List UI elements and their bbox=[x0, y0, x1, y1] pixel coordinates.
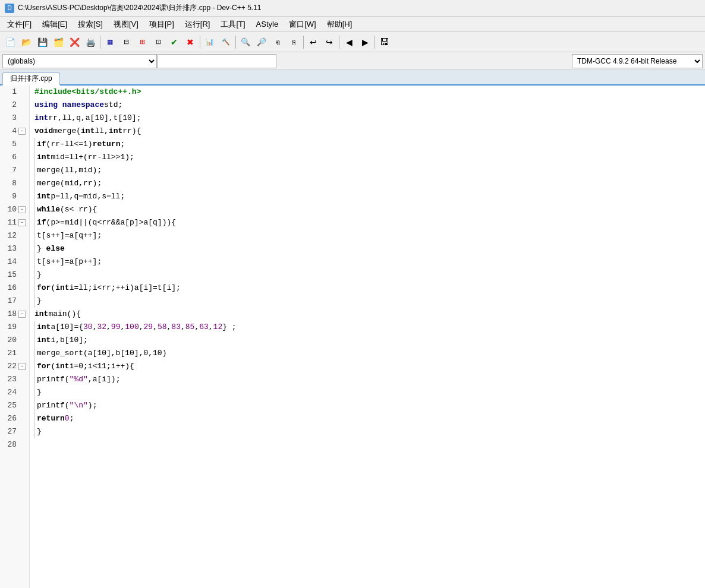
compile-run-button[interactable]: 📊 bbox=[202, 34, 218, 50]
menu-window[interactable]: 窗口[W] bbox=[284, 18, 321, 31]
cancel-compile-button[interactable]: ✖ bbox=[182, 34, 198, 50]
title-bar: D C:\Users\ASUS-PC\Desktop\信奥\2024\2024课… bbox=[0, 0, 705, 17]
check-button[interactable]: ✔ bbox=[166, 34, 182, 50]
code-line-5: if(rr-ll<=1)return; bbox=[30, 138, 705, 151]
tab-file[interactable]: 归并排序.cpp bbox=[2, 72, 60, 86]
line-num-11: 11− bbox=[0, 216, 29, 229]
menu-view[interactable]: 视图[V] bbox=[109, 18, 143, 31]
code-line-15: } bbox=[30, 268, 705, 282]
menu-bar: 文件[F] 编辑[E] 搜索[S] 视图[V] 项目[P] 运行[R] 工具[T… bbox=[0, 17, 705, 32]
code-line-9: int p=ll,q=mid,s=ll; bbox=[30, 190, 705, 203]
menu-file[interactable]: 文件[F] bbox=[2, 18, 36, 31]
line-num-26: 26 bbox=[0, 412, 29, 425]
code-line-19: int a[10]={30,32,99,100,29,58,83,85,63,1… bbox=[30, 321, 705, 334]
fold-btn-18[interactable]: − bbox=[18, 311, 26, 318]
menu-run[interactable]: 运行[R] bbox=[180, 18, 215, 31]
fold-btn-22[interactable]: − bbox=[18, 363, 26, 370]
sep1 bbox=[100, 36, 100, 49]
line-num-13: 13 bbox=[0, 242, 29, 255]
replace-all-button[interactable]: ⎘ bbox=[286, 34, 301, 50]
code-line-20: int i,b[10]; bbox=[30, 334, 705, 347]
code-line-10: while(s< rr){ bbox=[30, 203, 705, 216]
line-num-12: 12 bbox=[0, 229, 29, 242]
line-num-28: 28 bbox=[0, 438, 29, 451]
save-all-button[interactable]: 🗂️ bbox=[51, 34, 66, 50]
line-num-24: 24 bbox=[0, 386, 29, 399]
code-line-6: int mid=ll+(rr-ll>>1); bbox=[30, 151, 705, 164]
line-num-23: 23 bbox=[0, 373, 29, 386]
code-line-22: for(int i=0;i<11;i++){ bbox=[30, 360, 705, 373]
code-line-11: if(p>=mid||(q<rr&&a[p]>a[q])){ bbox=[30, 216, 705, 229]
line-num-22: 22− bbox=[0, 360, 29, 373]
toolbar-row-1: 📄 📂 💾 🗂️ ❌ 🖨️ ▦ ⊟ ⊞ ⊡ ✔ ✖ 📊 🔨 🔍 🔎 ⎗ ⎘ ↩ … bbox=[0, 32, 705, 52]
code-line-1: #include<bits/stdc++.h> bbox=[30, 86, 705, 99]
code-line-13: } else bbox=[30, 242, 705, 255]
replace-button[interactable]: ⎗ bbox=[270, 34, 285, 50]
sep4 bbox=[303, 36, 304, 49]
compiler-select[interactable]: TDM-GCC 4.9.2 64-bit Release bbox=[572, 54, 703, 68]
fold-btn-11[interactable]: − bbox=[18, 219, 26, 226]
cascade-button[interactable]: ⊡ bbox=[150, 34, 166, 50]
title-text: C:\Users\ASUS-PC\Desktop\信奥\2024\2024课\归… bbox=[18, 3, 261, 13]
app: D C:\Users\ASUS-PC\Desktop\信奥\2024\2024课… bbox=[0, 0, 705, 588]
symbol-input[interactable] bbox=[158, 54, 276, 68]
new-proj-button[interactable]: ▦ bbox=[102, 34, 118, 50]
code-line-8: merge(mid,rr); bbox=[30, 177, 705, 190]
save-button[interactable]: 💾 bbox=[34, 34, 50, 50]
new-button[interactable]: 📄 bbox=[2, 34, 18, 50]
tab-bar: 归并排序.cpp bbox=[0, 70, 705, 86]
undo-button[interactable]: ↩ bbox=[306, 34, 321, 50]
menu-edit[interactable]: 编辑[E] bbox=[37, 18, 72, 31]
redo-button[interactable]: ↪ bbox=[322, 34, 337, 50]
line-num-9: 9 bbox=[0, 190, 29, 203]
menu-astyle[interactable]: AStyle bbox=[251, 18, 284, 30]
line-num-4: 4− bbox=[0, 125, 29, 138]
tile-h-button[interactable]: ⊟ bbox=[118, 34, 134, 50]
options-button[interactable]: 🖫 bbox=[377, 34, 392, 50]
fold-btn-4[interactable]: − bbox=[18, 128, 26, 135]
line-num-21: 21 bbox=[0, 347, 29, 360]
close-button[interactable]: ❌ bbox=[67, 34, 82, 50]
line-num-14: 14 bbox=[0, 255, 29, 268]
open-button[interactable]: 📂 bbox=[18, 34, 34, 50]
menu-search[interactable]: 搜索[S] bbox=[73, 18, 108, 31]
code-line-16: for(int i=ll;i<rr;++i)a[i]=t[i]; bbox=[30, 282, 705, 295]
line-num-19: 19 bbox=[0, 321, 29, 334]
print-button[interactable]: 🖨️ bbox=[83, 34, 98, 50]
line-numbers: 1234−5678910−11−12131415161718−19202122−… bbox=[0, 86, 30, 588]
line-num-16: 16 bbox=[0, 282, 29, 295]
rebuild-button[interactable]: 🔨 bbox=[218, 34, 234, 50]
code-line-26: return 0; bbox=[30, 412, 705, 425]
code-line-14: t[s++]=a[p++]; bbox=[30, 255, 705, 268]
prev-button[interactable]: ◀ bbox=[341, 34, 357, 50]
app-icon: D bbox=[5, 4, 14, 13]
line-num-7: 7 bbox=[0, 164, 29, 177]
code-line-25: printf("\n"); bbox=[30, 399, 705, 412]
code-line-7: merge(ll,mid); bbox=[30, 164, 705, 177]
code-line-12: t[s++]=a[q++]; bbox=[30, 229, 705, 242]
tile-v-button[interactable]: ⊞ bbox=[134, 34, 150, 50]
menu-tools[interactable]: 工具[T] bbox=[216, 18, 250, 31]
code-line-23: printf("%d",a[i]); bbox=[30, 373, 705, 386]
line-num-8: 8 bbox=[0, 177, 29, 190]
code-content[interactable]: #include<bits/stdc++.h>using namespace s… bbox=[30, 86, 705, 588]
code-line-18: int main(){ bbox=[30, 308, 705, 321]
sep2 bbox=[200, 36, 200, 49]
scope-select[interactable]: (globals) bbox=[2, 54, 157, 68]
menu-project[interactable]: 项目[P] bbox=[144, 18, 179, 31]
menu-help[interactable]: 帮助[H] bbox=[322, 18, 357, 31]
line-num-15: 15 bbox=[0, 268, 29, 282]
toolbar-row-2: (globals) TDM-GCC 4.9.2 64-bit Release bbox=[0, 52, 705, 70]
find-button[interactable]: 🔍 bbox=[238, 34, 253, 50]
code-line-28 bbox=[30, 438, 705, 451]
sep6 bbox=[374, 36, 375, 49]
line-num-5: 5 bbox=[0, 138, 29, 151]
next-button[interactable]: ▶ bbox=[357, 34, 373, 50]
find-all-button[interactable]: 🔎 bbox=[254, 34, 269, 50]
line-num-18: 18− bbox=[0, 308, 29, 321]
line-num-17: 17 bbox=[0, 295, 29, 308]
line-num-20: 20 bbox=[0, 334, 29, 347]
sep5 bbox=[339, 36, 339, 49]
code-area[interactable]: 1234−5678910−11−12131415161718−19202122−… bbox=[0, 86, 705, 588]
fold-btn-10[interactable]: − bbox=[18, 206, 26, 213]
